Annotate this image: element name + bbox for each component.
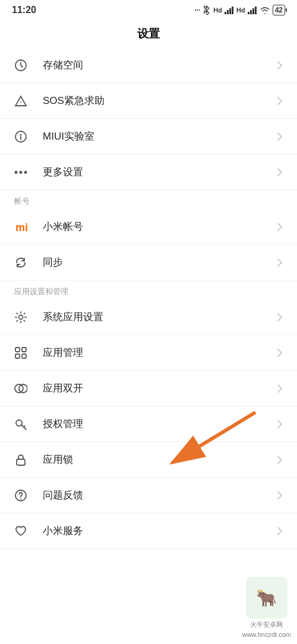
grid-icon	[14, 346, 33, 359]
status-icons: ··· Hd Hd	[194, 5, 285, 15]
svg-rect-18	[15, 348, 20, 352]
chevron-icon-auth-management	[277, 419, 283, 429]
sync-icon	[14, 256, 33, 269]
signal-bars2	[248, 6, 257, 14]
svg-rect-7	[255, 7, 257, 14]
chevron-icon-feedback	[277, 491, 283, 500]
menu-item-app-dual[interactable]: 应用双开	[0, 371, 297, 406]
mi-icon: mi	[14, 220, 33, 233]
chevron-icon-storage	[277, 61, 283, 70]
page-title: 设置	[0, 18, 297, 48]
menu-item-more-settings[interactable]: 更多设置	[0, 154, 297, 190]
signal-icon1: Hd	[213, 7, 222, 14]
svg-rect-21	[22, 354, 26, 358]
menu-text-feedback: 问题反馈	[43, 488, 277, 502]
chevron-icon-app-management	[277, 348, 283, 358]
chevron-icon-sos	[277, 96, 283, 106]
menu-item-storage[interactable]: 存储空间	[0, 48, 297, 83]
menu-text-storage: 存储空间	[43, 58, 277, 72]
svg-rect-0	[225, 12, 226, 14]
menu-item-miui-lab[interactable]: MIUI实验室	[0, 119, 297, 154]
status-time: 11:20	[12, 5, 36, 15]
svg-point-13	[15, 171, 18, 173]
chevron-icon-mi-service	[277, 526, 283, 536]
key-icon	[14, 418, 33, 431]
svg-rect-3	[232, 7, 233, 14]
svg-text:!: !	[20, 100, 21, 105]
watermark-logo: 🐂	[246, 577, 287, 618]
menu-item-sos[interactable]: !SOS紧急求助	[0, 83, 297, 119]
menu-text-mi-service: 小米服务	[43, 524, 277, 538]
chevron-icon-app-dual	[277, 384, 283, 393]
svg-rect-19	[22, 348, 26, 352]
menu-item-feedback[interactable]: 问题反馈	[0, 478, 297, 513]
chevron-icon-mi-account	[277, 222, 283, 232]
menu-text-miui-lab: MIUI实验室	[43, 130, 277, 143]
svg-point-11	[20, 134, 22, 135]
menu-item-sync[interactable]: 同步	[0, 245, 297, 280]
gear-icon	[14, 311, 33, 324]
dots-icon	[14, 169, 33, 175]
chevron-icon-miui-lab	[277, 132, 283, 141]
svg-rect-5	[250, 10, 252, 14]
heart-icon	[14, 525, 33, 538]
menu-text-sos: SOS紧急求助	[43, 94, 277, 108]
svg-point-27	[20, 498, 21, 500]
lock-icon	[14, 453, 33, 466]
menu-item-mi-service[interactable]: 小米服务	[0, 513, 297, 549]
menu-container: 存储空间!SOS紧急求助MIUI实验室更多设置帐号mi小米帐号同步应用设置和管理…	[0, 48, 297, 549]
menu-text-sync: 同步	[43, 255, 277, 269]
svg-rect-6	[252, 8, 254, 14]
svg-rect-4	[248, 12, 249, 14]
menu-item-auth-management[interactable]: 授权管理	[0, 406, 297, 442]
chevron-icon-app-lock	[277, 455, 283, 465]
menu-text-auth-management: 授权管理	[43, 417, 277, 431]
menu-item-mi-account[interactable]: mi小米帐号	[0, 209, 297, 245]
watermark-site: 火牛安卓网	[250, 620, 283, 629]
chevron-icon-sync	[277, 258, 283, 267]
circle-o-icon	[14, 130, 33, 143]
triangle-icon: !	[14, 94, 33, 108]
watermark: 🐂 火牛安卓网 www.hnzzdt.com	[242, 577, 291, 638]
question-icon	[14, 489, 33, 502]
svg-rect-2	[229, 8, 231, 14]
bluetooth-icon	[203, 5, 211, 15]
svg-point-15	[24, 171, 27, 173]
wifi-icon	[260, 6, 270, 14]
chevron-icon-more-settings	[277, 168, 283, 177]
menu-text-app-lock: 应用锁	[43, 453, 277, 466]
signal-bars1	[225, 6, 234, 14]
section-label-2: 应用设置和管理	[0, 280, 297, 299]
menu-item-app-lock[interactable]: 应用锁	[0, 442, 297, 478]
menu-item-system-apps[interactable]: 系统应用设置	[0, 299, 297, 335]
section-label-1: 帐号	[0, 190, 297, 209]
menu-text-app-management: 应用管理	[43, 346, 277, 359]
menu-text-more-settings: 更多设置	[43, 165, 277, 179]
svg-text:mi: mi	[15, 222, 27, 233]
menu-text-app-dual: 应用双开	[43, 381, 277, 395]
battery-indicator: 42	[273, 5, 285, 15]
menu-item-app-management[interactable]: 应用管理	[0, 335, 297, 371]
watermark-url: www.hnzzdt.com	[242, 631, 291, 638]
svg-point-14	[20, 171, 23, 173]
svg-point-17	[19, 315, 23, 319]
dual-icon	[14, 382, 33, 395]
signal-icon2: Hd	[236, 7, 245, 14]
ellipsis-icon: ···	[194, 6, 200, 14]
svg-rect-1	[227, 10, 229, 14]
menu-text-mi-account: 小米帐号	[43, 220, 277, 233]
svg-rect-20	[15, 354, 20, 358]
svg-rect-25	[17, 459, 25, 465]
menu-text-system-apps: 系统应用设置	[43, 310, 277, 324]
clock-icon	[14, 59, 33, 72]
status-bar: 11:20 ··· Hd Hd	[0, 0, 297, 18]
chevron-icon-system-apps	[277, 312, 283, 322]
